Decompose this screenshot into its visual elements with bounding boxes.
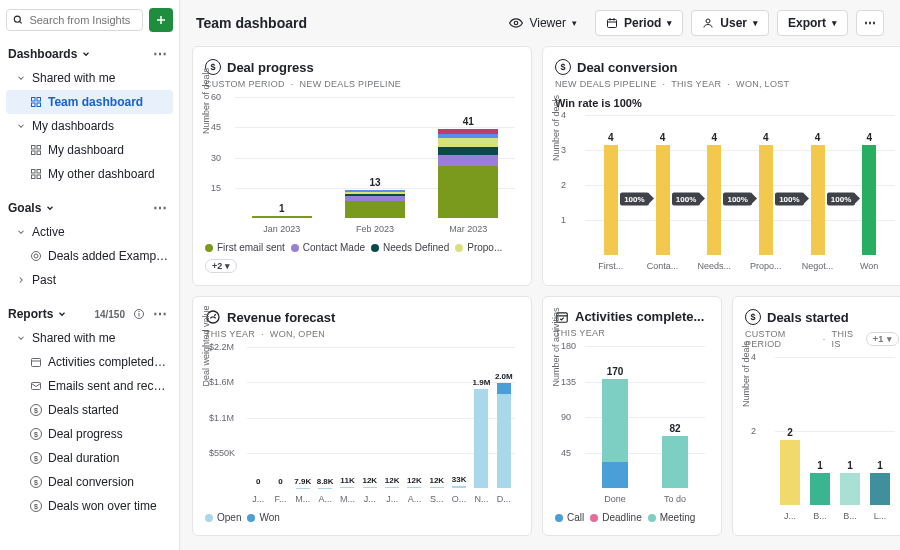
sidebar-item-report[interactable]: $Deal conversion <box>6 470 173 494</box>
filter-pill[interactable]: +2▾ <box>205 259 237 273</box>
chevron-down-icon <box>57 309 67 319</box>
chevron-down-icon <box>16 121 26 131</box>
card-activities: Activities complete... THIS YEAR Number … <box>542 296 722 536</box>
chart-deal-conversion: Number of deals12344First...4Conta...4Ne… <box>555 115 899 273</box>
card-deals-started: $Deals started CUSTOM PERIODTHIS IS +1▾ … <box>732 296 900 536</box>
dollar-icon: $ <box>30 500 42 512</box>
dots-icon: ⋯ <box>864 16 876 30</box>
info-icon[interactable] <box>133 308 145 320</box>
dollar-icon: $ <box>30 476 42 488</box>
card-deal-conversion: $Deal conversion NEW DEALS PIPELINETHIS … <box>542 46 900 286</box>
svg-rect-12 <box>32 170 36 174</box>
sidebar-item-goal[interactable]: Deals added Example t... <box>6 244 173 268</box>
svg-rect-11 <box>37 151 41 155</box>
chart-activities: Number of activities4590135180170Done82T… <box>555 346 709 506</box>
sidebar-label: Deal progress <box>48 427 123 441</box>
reports-more[interactable]: ⋯ <box>149 306 171 322</box>
sidebar-group-shared[interactable]: Shared with me <box>6 66 173 90</box>
user-dropdown[interactable]: User▾ <box>691 10 769 36</box>
sidebar-group-reports-shared[interactable]: Shared with me <box>6 326 173 350</box>
page-title: Team dashboard <box>196 15 307 31</box>
sidebar-label: Deal conversion <box>48 475 134 489</box>
sidebar: Dashboards ⋯ Shared with me Team dashboa… <box>0 0 180 550</box>
sidebar-label: My dashboard <box>48 143 124 157</box>
sidebar-group-my-dashboards[interactable]: My dashboards <box>6 114 173 138</box>
svg-rect-4 <box>32 98 36 102</box>
svg-rect-7 <box>37 103 41 107</box>
svg-rect-21 <box>32 359 41 367</box>
chart-deals-started: Number of deals242J...1B...1B...1L... <box>745 357 899 523</box>
calendar-icon <box>606 17 618 29</box>
sidebar-label: Team dashboard <box>48 95 143 109</box>
chevron-down-icon <box>45 203 55 213</box>
svg-rect-8 <box>32 146 36 150</box>
sidebar-label: Emails sent and received <box>48 379 169 393</box>
chevron-down-icon <box>16 227 26 237</box>
svg-point-17 <box>34 254 38 258</box>
viewer-dropdown[interactable]: Viewer▾ <box>499 11 586 35</box>
sidebar-item-report[interactable]: $Deal duration <box>6 446 173 470</box>
svg-rect-15 <box>37 175 41 179</box>
dashboards-more[interactable]: ⋯ <box>149 46 171 62</box>
eye-icon <box>509 16 523 30</box>
sidebar-label: Shared with me <box>32 331 115 345</box>
chevron-right-icon <box>16 275 26 285</box>
goals-header[interactable]: Goals ⋯ <box>6 196 173 220</box>
dashboards-header[interactable]: Dashboards ⋯ <box>6 42 173 66</box>
win-rate-text: Win rate is 100% <box>555 97 899 109</box>
dollar-icon: $ <box>30 452 42 464</box>
sidebar-label: Deals won over time <box>48 499 157 513</box>
export-dropdown[interactable]: Export▾ <box>777 10 848 36</box>
plus-icon <box>155 14 167 26</box>
sidebar-group-past[interactable]: Past <box>6 268 173 292</box>
search-icon <box>13 14 23 26</box>
chevron-down-icon <box>81 49 91 59</box>
sidebar-item-report[interactable]: $Deal progress <box>6 422 173 446</box>
dollar-icon: $ <box>745 309 761 325</box>
svg-rect-13 <box>37 170 41 174</box>
dollar-icon: $ <box>555 59 571 75</box>
svg-rect-6 <box>32 103 36 107</box>
dashboards-label: Dashboards <box>8 47 77 61</box>
goals-label: Goals <box>8 201 41 215</box>
chevron-down-icon <box>16 333 26 343</box>
sidebar-item-team-dashboard[interactable]: Team dashboard <box>6 90 173 114</box>
mail-icon <box>30 380 42 392</box>
sidebar-label: Shared with me <box>32 71 115 85</box>
more-menu[interactable]: ⋯ <box>856 10 884 36</box>
sidebar-item-my-dashboard[interactable]: My dashboard <box>6 138 173 162</box>
sidebar-item-report[interactable]: $Deals started <box>6 398 173 422</box>
sidebar-item-my-other-dashboard[interactable]: My other dashboard <box>6 162 173 186</box>
sidebar-item-report[interactable]: Activities completed an... <box>6 350 173 374</box>
svg-line-1 <box>20 21 22 23</box>
svg-point-16 <box>32 252 41 261</box>
svg-rect-9 <box>37 146 41 150</box>
sidebar-label: My other dashboard <box>48 167 155 181</box>
card-revenue-forecast: Revenue forecast THIS YEARWON, OPEN Deal… <box>192 296 532 536</box>
sidebar-item-report[interactable]: $Deals won over time <box>6 494 173 518</box>
dashboard-icon <box>30 168 42 180</box>
sidebar-label: Deal duration <box>48 451 119 465</box>
svg-point-29 <box>706 19 710 23</box>
period-dropdown[interactable]: Period▾ <box>595 10 683 36</box>
svg-point-0 <box>14 16 20 22</box>
card-deal-progress: $Deal progress CUSTOM PERIODNEW DEALS PI… <box>192 46 532 286</box>
filter-pill[interactable]: +1▾ <box>866 332 899 346</box>
chart-deal-progress: Number of deals153045601Jan 202313Feb 20… <box>205 97 519 236</box>
reports-header[interactable]: Reports 14/150 ⋯ <box>6 302 173 326</box>
chart-revenue-forecast: Deal weighted value$550K$1.1M$1.6M$2.2M0… <box>205 347 519 506</box>
goals-more[interactable]: ⋯ <box>149 200 171 216</box>
search-input[interactable] <box>29 14 136 26</box>
sidebar-label: Deals added Example t... <box>48 249 169 263</box>
svg-point-20 <box>139 311 140 312</box>
svg-rect-14 <box>32 175 36 179</box>
search-box[interactable] <box>6 9 143 31</box>
dashboard-icon <box>30 96 42 108</box>
user-icon <box>702 17 714 29</box>
svg-rect-25 <box>607 20 616 28</box>
svg-point-24 <box>515 21 519 25</box>
sidebar-item-report[interactable]: Emails sent and received <box>6 374 173 398</box>
sidebar-group-active[interactable]: Active <box>6 220 173 244</box>
reports-count: 14/150 <box>94 309 125 320</box>
add-button[interactable] <box>149 8 173 32</box>
